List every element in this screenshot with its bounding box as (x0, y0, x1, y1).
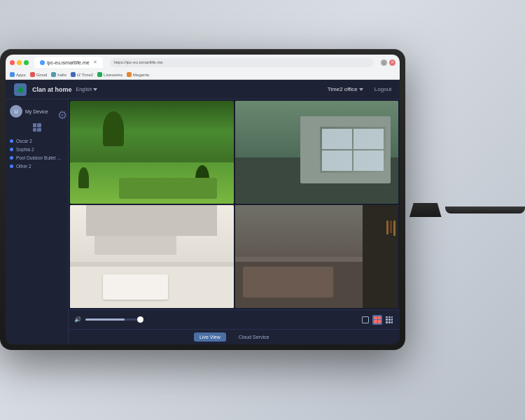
camera-feed-garden[interactable] (70, 101, 234, 204)
gmail-icon (30, 72, 35, 77)
browser-actions: ☆ P (381, 59, 396, 66)
camera-name: Oscar 2 (16, 139, 32, 144)
volume-icon: 🔊 (74, 316, 81, 323)
camera-feed-living[interactable] (235, 205, 399, 308)
monitor-stand-neck (405, 203, 445, 217)
layout-nine-button[interactable] (384, 315, 394, 325)
grid-view-icon[interactable] (33, 123, 41, 132)
maximize-window-button[interactable] (24, 60, 29, 65)
layout-single-button[interactable] (360, 315, 370, 325)
language-selector[interactable]: English (76, 87, 98, 92)
bookmark-gmail[interactable]: Gmail (30, 72, 48, 77)
camera-feed-house[interactable] (235, 101, 399, 204)
language-label: English (76, 87, 92, 92)
nav-brand: Clan at home (32, 86, 72, 93)
feed-garden-visual (70, 101, 234, 204)
bookmark-time2[interactable]: t2 Time2 (71, 72, 93, 77)
browser-bar: ipc-eu.ismartlife.me ✕ https://ipc-eu.is… (6, 55, 400, 70)
tab-favicon (40, 60, 45, 65)
top-nav: 🌲 Clan at home English Time2 office Logo… (6, 80, 400, 99)
bookmarks-bar: Apps Gmail hello t2 Time2 Lineworks Mage… (6, 70, 400, 80)
chevron-down-icon (93, 88, 97, 91)
monitor-outer: ipc-eu.ismartlife.me ✕ https://ipc-eu.is… (0, 49, 405, 350)
bookmark-label: Gmail (36, 73, 48, 77)
camera-status-dot (10, 164, 13, 168)
logout-button[interactable]: Logout (374, 86, 391, 92)
apps-icon (10, 72, 15, 77)
feed-kitchen-visual (70, 205, 234, 308)
camera-item-sophia[interactable]: Sophia 2 (10, 147, 64, 152)
monitor-stand-base (445, 206, 525, 214)
profile-icon[interactable]: P (389, 59, 396, 66)
tab-label: ipc-eu.ismartlife.me (47, 60, 90, 65)
bookmark-label: Apps (16, 73, 26, 77)
camera-status-dot (10, 156, 13, 160)
camera-status-dot (10, 139, 13, 143)
star-icon[interactable]: ☆ (381, 59, 387, 66)
bookmark-label: Magento (133, 73, 149, 77)
url-text: https://ipc-eu.ismartlife.me (114, 60, 163, 64)
quad-grid-icon (374, 316, 381, 323)
feed-living-visual (235, 205, 399, 308)
tab-cloud-service[interactable]: Cloud Service (233, 332, 275, 342)
close-window-button[interactable] (10, 60, 15, 65)
feed-house-visual (235, 101, 399, 204)
time2-icon (71, 72, 76, 77)
chevron-down-icon (359, 88, 363, 91)
bookmark-lineworks[interactable]: Lineworks (97, 72, 122, 77)
camera-name: Sophia 2 (16, 147, 34, 152)
main-content: U My Device ⚙ (6, 99, 400, 344)
monitor-screen: ipc-eu.ismartlife.me ✕ https://ipc-eu.is… (6, 55, 400, 344)
volume-fill (85, 318, 125, 321)
magento-icon (127, 72, 132, 77)
hello-icon (51, 72, 56, 77)
camera-list: Oscar 2 Sophia 2 Pool Outdoor Bullet Cam… (10, 139, 64, 169)
volume-thumb[interactable] (137, 316, 144, 323)
bookmark-hello[interactable]: hello (51, 72, 66, 77)
bookmark-apps[interactable]: Apps (10, 72, 26, 77)
tab-close[interactable]: ✕ (93, 59, 97, 65)
device-label: My Device (25, 109, 48, 114)
minimize-window-button[interactable] (17, 60, 22, 65)
lineworks-icon (97, 72, 102, 77)
address-bar[interactable]: https://ipc-eu.ismartlife.me (110, 58, 374, 67)
camera-item-oscar[interactable]: Oscar 2 (10, 139, 64, 144)
camera-name: Other 2 (16, 164, 31, 169)
layout-quad-button[interactable] (372, 315, 382, 325)
guitars-decoration (386, 220, 396, 236)
tab-live-view[interactable]: Live View (194, 332, 226, 342)
layout-icons (360, 315, 394, 325)
app-container: 🌲 Clan at home English Time2 office Logo… (6, 80, 400, 344)
volume-slider[interactable] (85, 318, 141, 321)
bookmark-label: t2 Time2 (77, 73, 93, 77)
bookmark-magento[interactable]: Magento (127, 72, 149, 77)
bookmark-label: Lineworks (104, 73, 122, 77)
browser-tab[interactable]: ipc-eu.ismartlife.me ✕ (34, 57, 103, 68)
camera-name: Pool Outdoor Bullet Came (16, 155, 64, 160)
avatar: U (10, 105, 22, 118)
sidebar: U My Device ⚙ (6, 99, 69, 344)
nine-grid-icon (386, 316, 393, 323)
sidebar-device-section: U My Device ⚙ (10, 105, 64, 118)
office-selector[interactable]: Time2 office (328, 86, 363, 92)
sidebar-grid-icon-row (10, 123, 64, 132)
nav-logo: 🌲 (14, 83, 27, 96)
office-label: Time2 office (328, 86, 358, 92)
bottom-controls: 🔊 (69, 309, 400, 329)
camera-status-dot (10, 148, 13, 151)
camera-grid (69, 99, 400, 309)
window-controls (10, 60, 29, 65)
camera-feed-kitchen[interactable] (70, 205, 234, 308)
single-grid-icon (362, 316, 369, 323)
bookmark-label: hello (57, 73, 66, 77)
footer-tabs: Live View Cloud Service (69, 329, 400, 344)
settings-icon[interactable]: ⚙ (57, 108, 64, 115)
camera-item-pool[interactable]: Pool Outdoor Bullet Came (10, 155, 64, 160)
camera-item-other[interactable]: Other 2 (10, 164, 64, 169)
camera-area: 🔊 (69, 99, 400, 344)
